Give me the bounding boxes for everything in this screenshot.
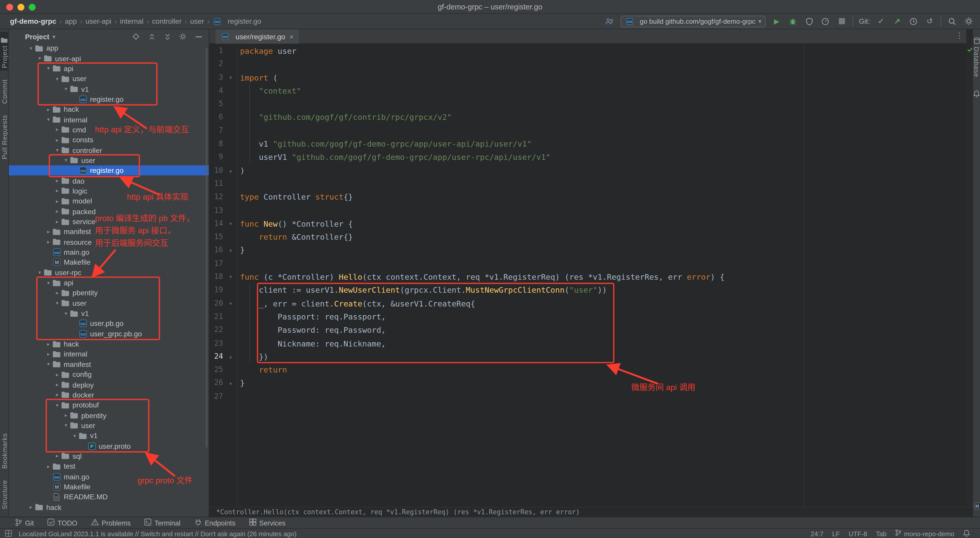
editor-line[interactable]: 1package user (209, 44, 967, 58)
code-line-text[interactable]: package user (240, 44, 296, 58)
tool-stripe-database-button[interactable]: Database (973, 33, 980, 80)
editor-line[interactable]: 26▴} (209, 376, 967, 390)
editor-line[interactable]: 21 Passport: req.Passport, (209, 310, 967, 323)
chevron-down-icon[interactable]: ▾ (45, 280, 52, 286)
line-number[interactable]: 20 (209, 297, 223, 310)
chevron-down-icon[interactable]: ▾ (36, 270, 43, 275)
chevron-right-icon[interactable]: ▸ (27, 504, 35, 510)
line-number[interactable]: 23 (209, 337, 223, 350)
tree-item-config[interactable]: ▸config (9, 370, 209, 380)
code-line-text[interactable]: Password: req.Password, (240, 324, 386, 337)
tree-item-register.go[interactable]: GOregister.go (9, 165, 209, 176)
line-number[interactable]: 16 (209, 244, 223, 257)
code-line-text[interactable]: func New() *Controller { (240, 217, 353, 230)
chevron-down-icon[interactable]: ▾ (45, 66, 52, 71)
inspections-ok-icon[interactable] (967, 46, 973, 52)
quick-access-icon[interactable] (5, 530, 12, 538)
line-number[interactable]: 10 (209, 164, 223, 177)
chevron-right-icon[interactable]: ▸ (54, 209, 61, 214)
code-line-text[interactable]: userV1 "github.com/gogf/gf-demo-grpc/app… (240, 151, 550, 164)
line-number[interactable]: 21 (209, 310, 223, 323)
notifications-icon[interactable] (973, 87, 980, 100)
code-line-text[interactable]: ) (240, 164, 245, 177)
tree-item-user[interactable]: ▾user (9, 74, 209, 84)
chevron-right-icon[interactable]: ▸ (45, 351, 52, 357)
tree-item-Makefile[interactable]: MMakefile (9, 257, 209, 267)
code-editor[interactable]: 1package user23▾import (4 "context"56 "g… (209, 44, 967, 507)
tree-item-user-rpc[interactable]: ▾user-rpc (9, 267, 209, 278)
tree-item-api[interactable]: ▾api (9, 63, 209, 74)
git-branch-widget[interactable]: mono-repo-demo (895, 529, 955, 538)
line-number[interactable]: 22 (209, 324, 223, 337)
commit-icon[interactable]: ✓ (876, 16, 886, 27)
chevron-down-icon[interactable]: ▾ (62, 86, 69, 92)
tree-item-user.pb.go[interactable]: GOuser.pb.go (9, 319, 209, 329)
chevron-right-icon[interactable]: ▸ (54, 127, 61, 133)
breadcrumb-item[interactable]: register.go (228, 17, 261, 25)
chevron-right-icon[interactable]: ▸ (54, 382, 61, 387)
tool-window-button-git[interactable]: Git (15, 518, 34, 527)
chevron-down-icon[interactable]: ▾ (62, 311, 69, 316)
indent-indicator[interactable]: Tab (876, 530, 886, 537)
breadcrumb-item[interactable]: gf-demo-grpc (10, 17, 56, 25)
breadcrumb-item[interactable]: user-api (86, 17, 111, 25)
tree-item-user.proto[interactable]: Puser.proto (9, 441, 209, 451)
tree-item-register.go[interactable]: GOregister.go (9, 94, 209, 104)
editor-line[interactable]: 16▴} (209, 244, 967, 257)
line-number[interactable]: 19 (209, 284, 223, 297)
hide-panel-icon[interactable] (193, 31, 204, 42)
stop-button[interactable] (836, 16, 847, 27)
tree-item-pbentity[interactable]: ▸pbentity (9, 288, 209, 298)
editor-line[interactable]: 18▾func (c *Controller) Hello(ctx contex… (209, 270, 967, 284)
line-number[interactable]: 1 (209, 44, 223, 58)
line-number[interactable]: 4 (209, 84, 223, 97)
code-with-me-icon[interactable] (604, 16, 615, 27)
tree-item-docker[interactable]: ▸docker (9, 390, 209, 400)
chevron-right-icon[interactable]: ▸ (45, 229, 52, 235)
project-view-selector[interactable]: Project (25, 33, 49, 40)
editor-line[interactable]: 10▴) (209, 164, 967, 177)
chevron-down-icon[interactable]: ▾ (45, 362, 52, 367)
tree-item-app[interactable]: ▾app (9, 43, 209, 53)
code-line-text[interactable]: "github.com/gogf/gf/contrib/rpc/grpcx/v2… (240, 111, 452, 124)
chevron-right-icon[interactable]: ▸ (54, 372, 61, 378)
chevron-right-icon[interactable]: ▸ (45, 341, 52, 347)
status-message[interactable]: Localized GoLand 2023.1.1 is available /… (19, 530, 296, 537)
editor-tab[interactable]: GO user/register.go × (216, 29, 299, 44)
editor-line[interactable]: 3▾import ( (209, 71, 967, 84)
breadcrumb-item[interactable]: app (65, 17, 77, 25)
rollback-icon[interactable]: ↺ (924, 16, 935, 27)
editor-line[interactable]: 25 return (209, 363, 967, 376)
chevron-down-icon[interactable]: ▾ (36, 56, 43, 61)
tool-window-button-services[interactable]: Services (249, 519, 286, 527)
run-configuration-select[interactable]: GO go build github.com/gogf/gf-demo-grpc… (620, 15, 765, 27)
notifications-icon[interactable] (963, 529, 970, 538)
editor-line[interactable]: 22 Password: req.Password, (209, 324, 967, 337)
editor-line[interactable]: 24▴ }) (209, 350, 967, 363)
select-opened-file-icon[interactable] (130, 31, 142, 42)
code-line-text[interactable]: return (240, 363, 287, 376)
chevron-right-icon[interactable]: ▸ (54, 188, 61, 194)
line-number[interactable]: 5 (209, 97, 223, 111)
chevron-down-icon[interactable]: ▾ (54, 300, 61, 306)
line-ending-indicator[interactable]: LF (832, 530, 840, 537)
editor-line[interactable]: 27 (209, 390, 967, 403)
code-line-text[interactable]: } (240, 244, 245, 257)
line-number[interactable]: 27 (209, 390, 223, 403)
tree-item-v1[interactable]: ▾v1 (9, 308, 209, 319)
chevron-right-icon[interactable]: ▸ (54, 178, 61, 184)
tree-item-internal[interactable]: ▸internal (9, 349, 209, 359)
chevron-down-icon[interactable]: ▾ (45, 117, 52, 122)
line-number[interactable]: 11 (209, 177, 223, 190)
profiler-button[interactable] (820, 16, 831, 27)
code-line-text[interactable]: v1 "github.com/gogf/gf-demo-grpc/app/use… (240, 137, 531, 151)
chevron-down-icon[interactable]: ▾ (62, 157, 69, 163)
tree-item-consts[interactable]: ▸consts (9, 135, 209, 145)
run-with-coverage-button[interactable] (804, 16, 815, 27)
line-number[interactable]: 26 (209, 376, 223, 390)
tree-item-user-api[interactable]: ▾user-api (9, 53, 209, 63)
tab-options-icon[interactable]: ⋮ (956, 31, 963, 40)
chevron-right-icon[interactable]: ▸ (45, 463, 52, 469)
search-icon[interactable] (947, 16, 958, 27)
encoding-indicator[interactable]: UTF-8 (849, 530, 867, 537)
